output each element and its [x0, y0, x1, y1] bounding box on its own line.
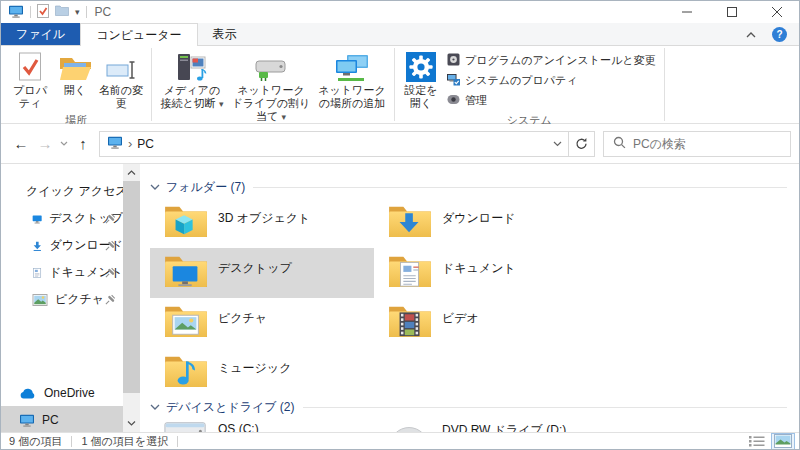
uninstall-program-icon — [447, 53, 460, 66]
titlebar: ▾ PC — [1, 1, 799, 23]
sidebar-item-desktop[interactable]: デスクトップ — [1, 205, 123, 232]
tile-label: ピクチャ — [218, 310, 267, 348]
tile-grid: 3D オブジェクトダウンロードデスクトップドキュメントピクチャビデオミュージック — [150, 198, 799, 398]
open-button[interactable]: 開く — [55, 47, 95, 99]
pin-icon — [104, 240, 116, 252]
folder-desktop-icon — [163, 251, 209, 289]
help-icon[interactable]: ? — [772, 27, 787, 42]
qat-new-folder-icon[interactable] — [55, 5, 69, 19]
pc-icon — [19, 412, 35, 428]
rename-button[interactable]: 名前の変更 — [95, 47, 147, 112]
tile-dvd-drive[interactable]: DVD RW ドライブ (D:) — [374, 418, 598, 432]
divider — [86, 6, 87, 18]
section-rule — [303, 407, 787, 408]
map-network-drive-icon — [254, 54, 288, 82]
tile-folder-download[interactable]: ダウンロード — [374, 198, 598, 248]
tile-label: ダウンロード — [442, 210, 515, 248]
window-title: PC — [95, 5, 112, 19]
add-network-location-button[interactable]: ネットワークの場所の追加 — [314, 47, 390, 112]
search-icon — [613, 136, 626, 152]
tile-hard-drive[interactable]: OS (C:) — [150, 418, 374, 432]
media-connect-icon — [177, 52, 207, 82]
tile-folder-video[interactable]: ビデオ — [374, 298, 598, 348]
search-input[interactable] — [633, 137, 784, 151]
sidebar-item-label: OneDrive — [44, 386, 95, 400]
ribbon: プロパティ 開く 名前の変更 場所 メディアの接続と切断 ▾ — [1, 46, 799, 124]
system-properties-icon — [447, 73, 460, 86]
pin-icon — [104, 267, 116, 279]
scroll-up-icon[interactable] — [123, 164, 140, 181]
folder-download-icon — [387, 201, 433, 239]
ribbon-tabbar: ファイル コンピューター 表示 ? — [1, 23, 799, 46]
system-properties-button[interactable]: システムのプロパティ — [447, 73, 656, 88]
folder-picture-icon — [163, 301, 209, 339]
open-settings-button[interactable]: 設定を開く — [399, 47, 443, 112]
manage-icon — [447, 93, 460, 106]
collapse-ribbon-icon[interactable] — [746, 27, 756, 41]
tab-computer[interactable]: コンピューター — [80, 23, 197, 46]
tile-folder-music[interactable]: ミュージック — [150, 348, 374, 398]
sidebar-item-document[interactable]: ドキュメント — [1, 259, 123, 286]
explorer-window: ▾ PC ファイル コンピューター 表示 ? プロパティ — [0, 0, 800, 450]
qat-dropdown-icon[interactable]: ▾ — [75, 8, 80, 17]
large-icons-view-button[interactable] — [772, 434, 794, 449]
settings-gear-icon — [406, 52, 436, 82]
sidebar-item-star[interactable]: クイック アクセス — [1, 178, 123, 205]
address-dropdown-icon[interactable] — [546, 132, 568, 156]
tab-view[interactable]: 表示 — [198, 23, 252, 45]
tile-folder-document[interactable]: ドキュメント — [374, 248, 598, 298]
tile-label: OS (C:) — [218, 422, 259, 432]
dropdown-arrow-icon: ▾ — [281, 112, 286, 122]
qat-properties-icon — [37, 4, 49, 18]
section-header[interactable]: フォルダー (7) — [150, 178, 799, 196]
add-network-location-icon — [334, 54, 370, 82]
location-pc-icon — [107, 134, 123, 153]
navigation-pane: クイック アクセスデスクトップダウンロードドキュメントピクチャOneDriveP… — [1, 164, 123, 432]
sidebar-item-picture[interactable]: ピクチャ — [1, 286, 123, 313]
map-network-drive-button[interactable]: ネットワーク ドライブの割り当て ▾ — [228, 47, 314, 125]
divider — [664, 48, 665, 121]
scrollbar-thumb[interactable] — [123, 181, 140, 393]
forward-button[interactable]: → — [33, 131, 57, 157]
tile-folder-picture[interactable]: ピクチャ — [150, 298, 374, 348]
back-button[interactable]: ← — [9, 131, 33, 157]
minimize-button[interactable] — [664, 1, 709, 23]
pc-icon — [107, 134, 123, 150]
tab-file[interactable]: ファイル — [1, 23, 80, 45]
breadcrumb: PC — [137, 137, 154, 151]
qat-properties-icon[interactable] — [37, 4, 49, 21]
ribbon-group-system: 設定を開く プログラムのアンインストールと変更 システムのプロパティ 管理 — [395, 46, 664, 123]
maximize-button[interactable] — [709, 1, 754, 23]
refresh-button[interactable] — [569, 131, 595, 157]
media-connect-button[interactable]: メディアの接続と切断 ▾ — [156, 47, 228, 112]
manage-button[interactable]: 管理 — [447, 93, 656, 108]
chevron-down-icon — [150, 184, 160, 190]
properties-icon — [17, 52, 43, 82]
sidebar-scrollbar[interactable] — [123, 164, 140, 432]
properties-button[interactable]: プロパティ — [5, 47, 55, 112]
sidebar-item-pc[interactable]: PC — [1, 406, 123, 432]
sidebar-item-download[interactable]: ダウンロード — [1, 232, 123, 259]
section-header[interactable]: デバイスとドライブ (2) — [150, 398, 799, 416]
up-button[interactable]: ↑ — [71, 131, 95, 157]
uninstall-program-button[interactable]: プログラムのアンインストールと変更 — [447, 53, 656, 68]
statusbar: 9 個の項目 1 個の項目を選択 — [1, 432, 799, 449]
divider — [71, 436, 72, 447]
scroll-down-icon[interactable] — [123, 415, 140, 432]
hard-drive-icon — [163, 420, 209, 432]
close-button[interactable] — [754, 1, 799, 23]
tile-label: 3D オブジェクト — [218, 210, 310, 248]
folder-music-icon — [163, 351, 209, 389]
pc-icon — [8, 3, 24, 19]
folder-video-icon — [387, 301, 433, 339]
tile-folder-desktop[interactable]: デスクトップ — [150, 248, 374, 298]
search-box[interactable] — [603, 131, 791, 157]
rename-icon — [106, 58, 137, 82]
sidebar-item-onedrive[interactable]: OneDrive — [1, 379, 123, 406]
download-icon — [32, 238, 43, 254]
ribbon-group-network: メディアの接続と切断 ▾ ネットワーク ドライブの割り当て ▾ ネットワークの場… — [152, 46, 394, 123]
tile-folder-3d[interactable]: 3D オブジェクト — [150, 198, 374, 248]
details-view-button[interactable] — [747, 434, 767, 449]
recent-locations-icon[interactable] — [57, 131, 71, 157]
address-bar[interactable]: › PC — [99, 131, 569, 157]
